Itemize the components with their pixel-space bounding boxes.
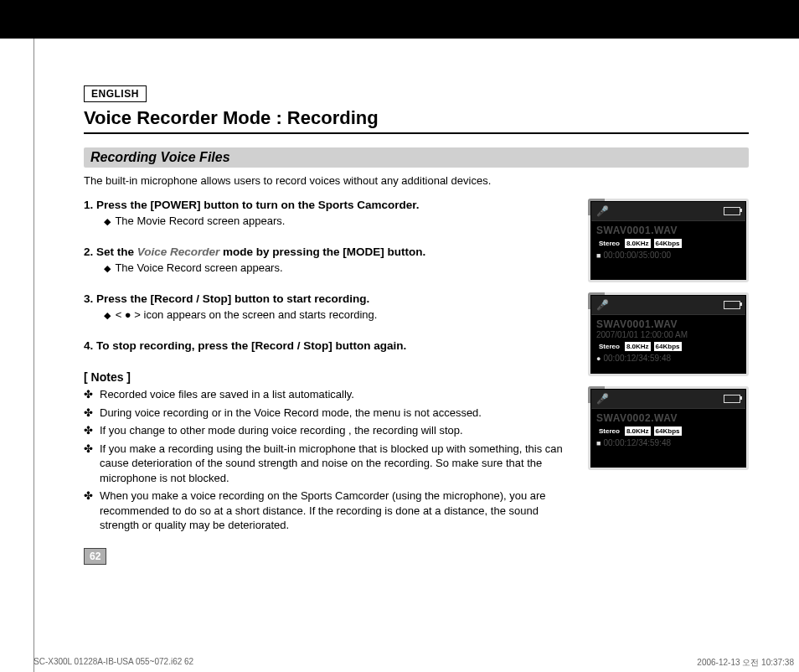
step-text: Press the [Record / Stop] button to star… [96, 292, 369, 305]
stereo-badge: Stereo [596, 341, 622, 352]
page-title: Voice Recorder Mode : Recording [84, 107, 749, 134]
step-number: 1. [84, 199, 93, 211]
timecode: 00:00:12/34:59:48 [603, 438, 671, 447]
section-heading: Recording Voice Files [84, 147, 749, 168]
mic-icon: 🎤 [596, 299, 609, 311]
kbps-badge: 64Kbps [653, 238, 683, 249]
step-number: 3. [84, 292, 93, 305]
note-item: ✤Recorded voice files are saved in a lis… [84, 387, 571, 402]
step-em: Voice Recorder [137, 246, 220, 258]
step-3: 3. Press the [Record / Stop] button to s… [84, 292, 571, 321]
audio-badges: Stereo 8.0KHz 64Kbps [591, 339, 745, 354]
manual-page: ENGLISH Voice Recorder Mode : Recording … [0, 39, 799, 672]
note-text: If you change to other mode during voice… [100, 423, 463, 438]
kbps-badge: 64Kbps [653, 426, 683, 437]
note-text: Recorded voice files are saved in a list… [100, 387, 354, 402]
khz-badge: 8.0KHz [624, 238, 652, 249]
page-content: ENGLISH Voice Recorder Mode : Recording … [84, 85, 749, 672]
step-2: 2. Set the Voice Recorder mode by pressi… [84, 246, 571, 274]
step-number: 2. [84, 246, 93, 258]
cross-bullet-icon: ✤ [84, 488, 93, 533]
battery-icon [724, 207, 740, 215]
language-tag: ENGLISH [84, 85, 147, 102]
diamond-bullet-icon: ◆ [102, 263, 112, 274]
mic-icon: 🎤 [596, 393, 609, 405]
khz-badge: 8.0KHz [624, 341, 652, 352]
step-bullet: < ● > icon appears on the screen and sta… [116, 308, 378, 321]
file-name: SWAV0001.WAV [591, 221, 745, 236]
cross-bullet-icon: ✤ [84, 387, 93, 402]
note-item: ✤When you make a voice recording on the … [84, 488, 571, 533]
note-text: During voice recording or in the Voice R… [100, 406, 482, 421]
note-text: If you make a recording using the built-… [100, 442, 571, 486]
note-text: When you make a voice recording on the S… [100, 488, 571, 533]
stereo-badge: Stereo [596, 238, 622, 249]
note-item: ✤If you make a recording using the built… [84, 442, 571, 486]
step-number: 4. [84, 339, 93, 352]
mic-icon: 🎤 [596, 205, 609, 217]
step-4: 4. To stop recording, press the [Record … [84, 339, 571, 352]
instructions-column: 1. Press the [POWER] button to turn on t… [84, 199, 571, 565]
file-name: SWAV0001.WAV [591, 315, 745, 330]
step-text-after: mode by pressing the [MODE] button. [219, 246, 425, 258]
diamond-bullet-icon: ◆ [102, 216, 112, 227]
footer-left: SC-X300L 01228A-IB-USA 055~072.i62 62 [34, 657, 193, 669]
figures-column: 2 🎤 SWAV0001.WAV Stereo 8.0KHz 64Kbps ■0… [588, 199, 749, 470]
step-bullet: The Voice Record screen appears. [115, 261, 282, 274]
diamond-bullet-icon: ◆ [102, 310, 112, 321]
stop-icon: ■ [596, 439, 601, 447]
step-bullet: The Movie Record screen appears. [115, 215, 285, 227]
timecode: 00:00:12/34:59:48 [603, 354, 671, 363]
stereo-badge: Stereo [596, 426, 622, 437]
battery-icon [724, 301, 740, 309]
figure-2: 2 🎤 SWAV0001.WAV Stereo 8.0KHz 64Kbps ■0… [588, 199, 749, 282]
timecode: 00:00:00/35:00:00 [603, 251, 671, 260]
figure-4: 4 🎤 SWAV0002.WAV Stereo 8.0KHz 64Kbps ■0… [588, 386, 749, 470]
page-number-badge: 62 [84, 548, 106, 565]
step-1: 1. Press the [POWER] button to turn on t… [84, 199, 571, 227]
step-text: To stop recording, press the [Record / S… [96, 339, 406, 352]
lcd-screen: 🎤 SWAV0002.WAV Stereo 8.0KHz 64Kbps ■00:… [590, 389, 746, 468]
battery-icon [724, 395, 740, 403]
audio-badges: Stereo 8.0KHz 64Kbps [591, 424, 745, 438]
stop-icon: ■ [596, 251, 601, 260]
lcd-screen: 🎤 SWAV0001.WAV Stereo 8.0KHz 64Kbps ■00:… [590, 201, 746, 280]
notes-heading: [ Notes ] [84, 370, 571, 384]
step-text: Set the [96, 246, 137, 258]
cross-bullet-icon: ✤ [84, 442, 93, 486]
file-name: SWAV0002.WAV [591, 409, 745, 424]
lcd-screen: 🎤 SWAV0001.WAV 2007/01/01 12:00:00 AM St… [590, 295, 746, 374]
record-icon: ● [596, 354, 601, 363]
note-item: ✤During voice recording or in the Voice … [84, 406, 571, 421]
cross-bullet-icon: ✤ [84, 423, 93, 438]
date-time: 2007/01/01 12:00:00 AM [591, 330, 745, 339]
khz-badge: 8.0KHz [624, 426, 652, 437]
cross-bullet-icon: ✤ [84, 406, 93, 421]
crop-margin-left [0, 39, 34, 672]
intro-text: The built-in microphone allows users to … [84, 174, 749, 187]
kbps-badge: 64Kbps [653, 341, 683, 352]
figure-3: 3 🎤 SWAV0001.WAV 2007/01/01 12:00:00 AM … [588, 292, 749, 376]
audio-badges: Stereo 8.0KHz 64Kbps [591, 236, 745, 251]
page-footer: SC-X300L 01228A-IB-USA 055~072.i62 62 20… [34, 657, 799, 669]
footer-right: 2006-12-13 오전 10:37:38 [697, 657, 794, 669]
note-item: ✤If you change to other mode during voic… [84, 423, 571, 438]
step-text: Press the [POWER] button to turn on the … [96, 199, 420, 211]
